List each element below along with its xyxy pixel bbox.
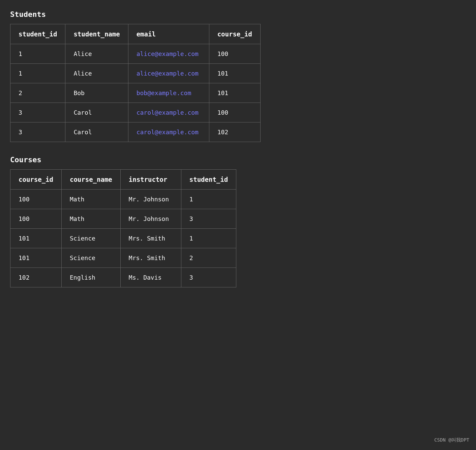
course-name-cell: Science [61, 229, 120, 248]
students-col-email: email [128, 24, 209, 44]
course-id-cell: 100 [10, 209, 62, 229]
courses-header-row: course_id course_name instructor student… [10, 170, 236, 190]
course-id-cell: 102 [10, 268, 62, 287]
course-student-id-cell: 3 [181, 209, 236, 229]
watermark: CSDN @叫我DPT [434, 437, 469, 443]
courses-table-row: 101ScienceMrs. Smith1 [10, 229, 236, 248]
instructor-cell: Mr. Johnson [120, 209, 181, 229]
course-student-id-cell: 1 [181, 229, 236, 248]
student-id-cell: 3 [10, 122, 65, 142]
student-email-cell: bob@example.com [128, 83, 209, 103]
course-name-cell: Math [61, 209, 120, 229]
student-email-cell: carol@example.com [128, 103, 209, 122]
students-col-student-name: student_name [65, 24, 128, 44]
students-table: student_id student_name email course_id … [10, 24, 261, 142]
courses-col-student-id: student_id [181, 170, 236, 190]
student-email-cell: alice@example.com [128, 44, 209, 64]
course-student-id-cell: 2 [181, 248, 236, 268]
courses-title: Courses [10, 156, 466, 164]
students-table-row: 3Carolcarol@example.com100 [10, 103, 261, 122]
students-col-course-id: course_id [209, 24, 260, 44]
instructor-cell: Mr. Johnson [120, 190, 181, 209]
students-title: Students [10, 10, 466, 19]
course-id-cell: 101 [10, 248, 62, 268]
course-name-cell: Science [61, 248, 120, 268]
course-student-id-cell: 3 [181, 268, 236, 287]
student-name-cell: Alice [65, 64, 128, 83]
students-section: Students student_id student_name email c… [10, 10, 466, 142]
course-student-id-cell: 1 [181, 190, 236, 209]
students-header-row: student_id student_name email course_id [10, 24, 261, 44]
student-name-cell: Bob [65, 83, 128, 103]
student-course-id-cell: 101 [209, 83, 260, 103]
student-name-cell: Alice [65, 44, 128, 64]
courses-table: course_id course_name instructor student… [10, 169, 236, 287]
courses-table-row: 100MathMr. Johnson1 [10, 190, 236, 209]
student-email-cell: alice@example.com [128, 64, 209, 83]
student-course-id-cell: 102 [209, 122, 260, 142]
courses-col-instructor: instructor [120, 170, 181, 190]
courses-table-row: 100MathMr. Johnson3 [10, 209, 236, 229]
student-email-cell: carol@example.com [128, 122, 209, 142]
student-course-id-cell: 100 [209, 103, 260, 122]
student-course-id-cell: 101 [209, 64, 260, 83]
student-id-cell: 1 [10, 64, 65, 83]
student-course-id-cell: 100 [209, 44, 260, 64]
student-id-cell: 2 [10, 83, 65, 103]
students-col-student-id: student_id [10, 24, 65, 44]
courses-section: Courses course_id course_name instructor… [10, 156, 466, 287]
instructor-cell: Mrs. Smith [120, 229, 181, 248]
instructor-cell: Ms. Davis [120, 268, 181, 287]
course-name-cell: English [61, 268, 120, 287]
courses-table-row: 101ScienceMrs. Smith2 [10, 248, 236, 268]
students-table-row: 1Alicealice@example.com100 [10, 44, 261, 64]
courses-table-row: 102EnglishMs. Davis3 [10, 268, 236, 287]
student-name-cell: Carol [65, 122, 128, 142]
students-table-row: 2Bobbob@example.com101 [10, 83, 261, 103]
course-id-cell: 101 [10, 229, 62, 248]
student-id-cell: 1 [10, 44, 65, 64]
student-id-cell: 3 [10, 103, 65, 122]
students-table-row: 3Carolcarol@example.com102 [10, 122, 261, 142]
student-name-cell: Carol [65, 103, 128, 122]
course-id-cell: 100 [10, 190, 62, 209]
students-table-row: 1Alicealice@example.com101 [10, 64, 261, 83]
course-name-cell: Math [61, 190, 120, 209]
courses-col-course-id: course_id [10, 170, 62, 190]
courses-col-course-name: course_name [61, 170, 120, 190]
instructor-cell: Mrs. Smith [120, 248, 181, 268]
